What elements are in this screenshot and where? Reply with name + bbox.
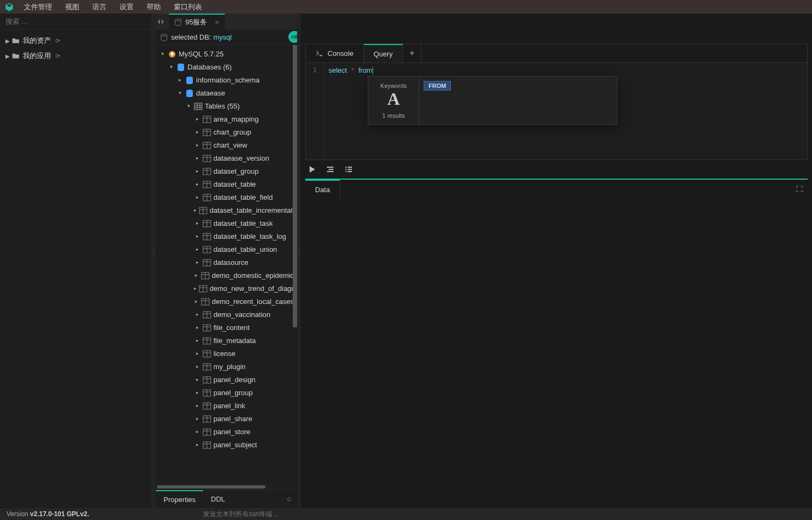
close-icon[interactable]: ×: [215, 18, 219, 27]
table-demo_vaccination[interactable]: ▸demo_vaccination: [156, 308, 297, 321]
menu-语言[interactable]: 语言: [92, 2, 106, 12]
table-area_mapping[interactable]: ▸area_mapping: [156, 112, 297, 125]
table-panel_store[interactable]: ▸panel_store: [156, 425, 297, 438]
sidebar-item-我的应用[interactable]: ▶我的应用⟳: [0, 48, 152, 64]
ssh-broadcast-hint[interactable]: 发送文本到所有ssh终端 ...: [203, 510, 279, 519]
db-tables-node[interactable]: ▾Tables (55): [156, 99, 297, 112]
table-dataset_table_incremental_config[interactable]: ▸dataset_table_incremental_config: [156, 204, 297, 217]
results-panel: Data: [305, 179, 808, 198]
svg-point-0: [175, 19, 181, 21]
table-demo_domestic_epidemic[interactable]: ▸demo_domestic_epidemic: [156, 269, 297, 282]
svg-rect-6: [194, 103, 202, 110]
editor-panel: Console Query + 1 select * from: [305, 43, 808, 160]
table-dataease_version[interactable]: ▸dataease_version: [156, 151, 297, 164]
splitter-mid[interactable]: [297, 14, 301, 508]
tree-arrow-icon: ▸: [194, 142, 200, 148]
tree-node-icon: [203, 154, 211, 162]
sql-editor[interactable]: 1 select * from Keywords A 1 results: [306, 63, 807, 160]
tree-arrow-icon: ▸: [194, 312, 200, 317]
menu-帮助[interactable]: 帮助: [147, 2, 161, 12]
tree-arrow-icon: ▸: [194, 416, 200, 421]
tree-arrow-icon: ▸: [194, 377, 200, 382]
table-chart_view[interactable]: ▸chart_view: [156, 138, 297, 151]
asset-tree: ▶我的资产⟳▶我的应用⟳: [0, 30, 152, 508]
table-demo_recent_local_cases[interactable]: ▸demo_recent_local_cases: [156, 295, 297, 308]
list-icon[interactable]: [344, 165, 353, 174]
db-root-mysql[interactable]: ▾MySQL 5.7.25: [156, 47, 297, 60]
svg-point-4: [186, 77, 193, 79]
table-dataset_table_task_log[interactable]: ▸dataset_table_task_log: [156, 230, 297, 243]
tree-arrow-icon: ▸: [194, 286, 197, 291]
db-databases-node[interactable]: ▾Databases (6): [156, 60, 297, 73]
run-icon[interactable]: [307, 165, 316, 174]
add-tab-button[interactable]: +: [403, 44, 421, 62]
tree-arrow-icon: ▾: [185, 103, 192, 109]
resize-icon[interactable]: [285, 496, 293, 503]
menu-文件管理[interactable]: 文件管理: [24, 2, 52, 12]
db-connection-tab[interactable]: 95服务 ×: [169, 14, 225, 30]
tree-arrow-icon: ▸: [194, 168, 200, 174]
editor-tabbar: Console Query +: [306, 44, 807, 63]
selected-db-prefix: selected DB:: [171, 33, 211, 41]
table-demo_new_trend_of_diagnosis[interactable]: ▸demo_new_trend_of_diagnosis: [156, 282, 297, 295]
table-panel_design[interactable]: ▸panel_design: [156, 373, 297, 386]
tree-node-icon: [199, 284, 207, 292]
table-panel_share[interactable]: ▸panel_share: [156, 412, 297, 425]
db-information_schema[interactable]: ▸information_schema: [156, 73, 297, 86]
table-dataset_table[interactable]: ▸dataset_table: [156, 177, 297, 191]
menu-设置[interactable]: 设置: [119, 2, 134, 12]
sidebar-item-我的资产[interactable]: ▶我的资产⟳: [0, 33, 152, 48]
table-license[interactable]: ▸license: [156, 347, 297, 360]
database-icon: [160, 34, 168, 41]
db-panel-tabbar: 95服务 ×: [156, 14, 297, 30]
table-my_plugin[interactable]: ▸my_plugin: [156, 360, 297, 373]
chevron-right-icon: ▶: [4, 53, 11, 59]
expand-icon[interactable]: [796, 185, 803, 193]
table-datasource[interactable]: ▸datasource: [156, 256, 297, 269]
tree-arrow-icon: ▸: [194, 325, 200, 330]
query-tab[interactable]: Query: [364, 44, 403, 62]
tree-node-icon: [185, 89, 194, 97]
table-panel_subject[interactable]: ▸panel_subject: [156, 438, 297, 451]
terminal-icon: [316, 49, 323, 57]
properties-tab[interactable]: Properties: [156, 490, 203, 508]
table-dataset_table_field[interactable]: ▸dataset_table_field: [156, 191, 297, 204]
console-tab[interactable]: Console: [306, 44, 364, 62]
app-logo-icon: [4, 2, 14, 12]
tree-node-icon: [168, 50, 177, 58]
folder-icon: [12, 37, 20, 45]
table-panel_group[interactable]: ▸panel_group: [156, 386, 297, 399]
tree-arrow-icon: ▸: [194, 155, 200, 161]
refresh-icon[interactable]: ⟳: [55, 37, 60, 45]
menu-窗口列表[interactable]: 窗口列表: [174, 2, 202, 12]
tree-arrow-icon: ▸: [177, 77, 183, 83]
tree-arrow-icon: ▸: [194, 351, 200, 356]
data-tab[interactable]: Data: [305, 180, 340, 198]
format-icon[interactable]: [326, 165, 335, 174]
scrollbar-vertical[interactable]: [293, 45, 297, 327]
refresh-icon[interactable]: ⟳: [55, 53, 60, 60]
splitter-left[interactable]: [152, 14, 156, 508]
tree-node-icon: [203, 193, 211, 201]
tree-node-icon: [203, 167, 211, 175]
table-chart_group[interactable]: ▸chart_group: [156, 125, 297, 138]
table-dataset_table_task[interactable]: ▸dataset_table_task: [156, 217, 297, 230]
collapse-left-icon[interactable]: [157, 18, 165, 26]
menu-视图[interactable]: 视图: [65, 2, 79, 12]
selected-db-name[interactable]: mysql: [213, 33, 232, 41]
tree-node-icon: [203, 115, 211, 123]
table-panel_link[interactable]: ▸panel_link: [156, 399, 297, 412]
search-input[interactable]: [5, 17, 146, 26]
table-dataset_table_union[interactable]: ▸dataset_table_union: [156, 243, 297, 256]
tree-node-icon: [177, 63, 185, 71]
tree-node-icon: [203, 415, 211, 422]
table-file_content[interactable]: ▸file_content: [156, 321, 297, 334]
editor-toolbar: [301, 160, 812, 179]
tree-node-icon: [185, 76, 194, 84]
scrollbar-horizontal[interactable]: [156, 484, 297, 490]
table-dataset_group[interactable]: ▸dataset_group: [156, 164, 297, 177]
ddl-tab[interactable]: DDL: [203, 490, 232, 508]
table-file_metadata[interactable]: ▸file_metadata: [156, 334, 297, 347]
db-dataease[interactable]: ▾dataease: [156, 86, 297, 99]
ac-suggestion-from[interactable]: FROM: [424, 81, 451, 91]
